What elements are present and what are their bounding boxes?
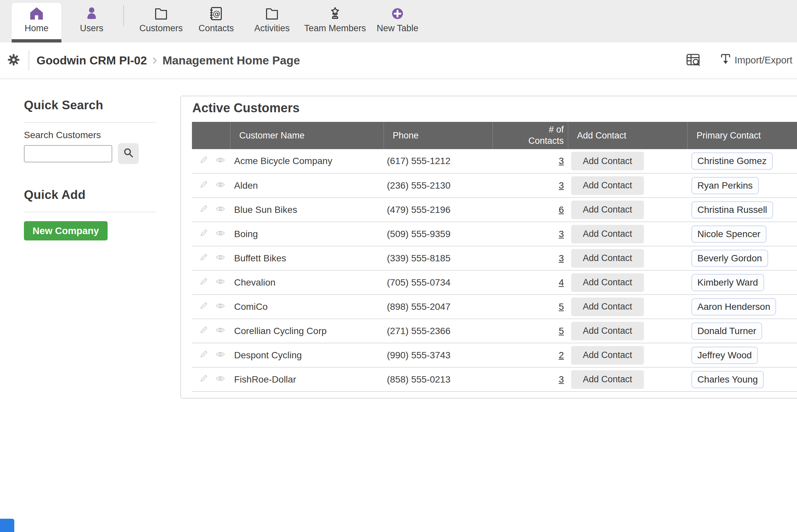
primary-contact-pill[interactable]: Christine Gomez [691,152,773,170]
view-eye-icon[interactable] [215,277,225,288]
edit-pencil-icon[interactable] [199,374,208,385]
view-eye-icon[interactable] [215,302,225,312]
folder-icon [264,5,280,22]
table-header-row: Customer Name Phone # of Contacts Add Co… [192,122,797,149]
phone-cell: (339) 555-8185 [383,246,492,270]
quick-add-section: Quick Add New Company [24,188,155,241]
active-customers-title: Active Customers [181,96,797,115]
edit-pencil-icon[interactable] [199,325,208,337]
tab-label: Home [24,23,49,34]
header-actions: Import/Export [685,53,792,68]
tab-team-members[interactable]: Team Members [304,3,367,39]
view-eye-icon[interactable] [215,350,225,361]
edit-pencil-icon[interactable] [199,350,208,361]
phone-cell: (236) 555-2130 [383,173,492,197]
plus-circle-icon [390,5,405,22]
tab-new-table[interactable]: New Table [371,3,424,39]
add-contact-button[interactable]: Add Contact [571,201,644,219]
phone-cell: (479) 555-2196 [383,197,492,222]
edit-pencil-icon[interactable] [199,253,208,264]
contact-count-link[interactable]: 6 [558,205,564,215]
search-icon [123,148,134,160]
edit-pencil-icon[interactable] [199,204,208,215]
contact-count-link[interactable]: 3 [558,253,564,263]
tab-contacts[interactable]: @ Contacts [191,3,241,39]
customer-name-cell: Buffett Bikes [230,246,383,270]
view-eye-icon[interactable] [215,229,225,240]
import-export-icon [719,53,732,68]
import-export-button[interactable]: Import/Export [719,53,792,68]
edit-pencil-icon[interactable] [199,228,208,240]
table-row: Buffett Bikes (339) 555-8185 3 Add Conta… [192,246,797,270]
edit-pencil-icon[interactable] [199,277,208,288]
primary-contact-pill[interactable]: Christina Russell [691,201,773,218]
breadcrumb-app-name[interactable]: Goodwin CRM PI-02 [37,54,147,67]
add-contact-button[interactable]: Add Contact [571,298,644,316]
tab-label: Activities [254,23,290,34]
contact-count-link[interactable]: 2 [558,350,564,360]
primary-contact-pill[interactable]: Kimberly Ward [691,274,764,291]
column-header-num-contacts[interactable]: # of Contacts [492,122,568,149]
settings-gear-button[interactable] [7,54,20,67]
quick-add-title: Quick Add [24,188,155,202]
phone-cell: (271) 555-2366 [383,319,492,343]
customer-name-cell: Alden [230,173,383,197]
edit-pencil-icon[interactable] [199,180,208,191]
column-header-phone[interactable]: Phone [383,122,492,149]
primary-contact-pill[interactable]: Aaron Henderson [691,298,776,316]
add-contact-button[interactable]: Add Contact [571,176,644,195]
table-row: Alden (236) 555-2130 3 Add Contact Ryan … [192,173,797,197]
table-row: Blue Sun Bikes (479) 555-2196 6 Add Cont… [192,197,797,222]
add-contact-button[interactable]: Add Contact [571,322,644,340]
chat-launcher-badge[interactable] [0,519,14,532]
customer-name-cell: Boing [230,222,383,246]
contact-count-link[interactable]: 5 [558,302,564,312]
search-records-button[interactable] [685,53,701,68]
view-eye-icon[interactable] [215,205,225,215]
tab-home[interactable]: Home [12,3,61,39]
search-customers-input[interactable] [24,145,112,163]
primary-contact-pill[interactable]: Charles Young [691,371,764,388]
add-contact-button[interactable]: Add Contact [571,346,644,365]
contact-count-link[interactable]: 3 [558,156,564,166]
import-export-label: Import/Export [735,55,792,66]
edit-pencil-icon[interactable] [199,155,208,167]
phone-cell: (990) 555-3743 [383,343,492,367]
column-header-add-contact[interactable]: Add Contact [568,122,687,149]
edit-pencil-icon[interactable] [199,301,208,312]
view-eye-icon[interactable] [215,374,225,385]
table-row: Corellian Cycling Corp (271) 555-2366 5 … [192,319,797,343]
primary-contact-pill[interactable]: Nicole Spencer [691,226,766,243]
breadcrumb-bar: Goodwin CRM PI-02 › Management Home Page [0,42,797,78]
add-contact-button[interactable]: Add Contact [571,370,644,389]
tab-activities[interactable]: Activities [247,3,297,39]
primary-contact-pill[interactable]: Jeffrey Wood [691,347,758,364]
contact-count-link[interactable]: 3 [558,180,564,191]
view-eye-icon[interactable] [215,253,225,264]
view-eye-icon[interactable] [215,180,225,191]
view-eye-icon[interactable] [215,326,225,337]
primary-contact-pill[interactable]: Beverly Gordon [691,250,768,267]
add-contact-button[interactable]: Add Contact [571,225,644,243]
contact-count-link[interactable]: 5 [558,326,564,336]
tab-label: Customers [139,23,183,34]
breadcrumb-separator: › [152,51,157,68]
search-button[interactable] [118,143,139,164]
contact-count-link[interactable]: 3 [558,374,564,384]
contact-count-link[interactable]: 3 [558,229,564,239]
primary-contact-pill[interactable]: Ryan Perkins [691,177,759,194]
customer-name-cell: FishRoe-Dollar [230,367,383,392]
add-contact-button[interactable]: Add Contact [571,249,644,268]
primary-contact-pill[interactable]: Donald Turner [691,322,762,340]
new-company-button[interactable]: New Company [24,221,108,241]
column-header-primary-contact[interactable]: Primary Contact [687,122,797,149]
add-contact-button[interactable]: Add Contact [571,152,644,170]
view-eye-icon[interactable] [215,156,225,166]
contact-count-link[interactable]: 4 [558,277,564,288]
tab-users[interactable]: Users [67,3,117,39]
column-header-customer-name[interactable]: Customer Name [230,122,383,149]
tab-customers[interactable]: Customers [134,3,188,39]
table-row: Acme Bicycle Company (617) 555-1212 3 Ad… [192,149,797,173]
phone-cell: (617) 555-1212 [383,149,492,173]
add-contact-button[interactable]: Add Contact [571,273,644,292]
